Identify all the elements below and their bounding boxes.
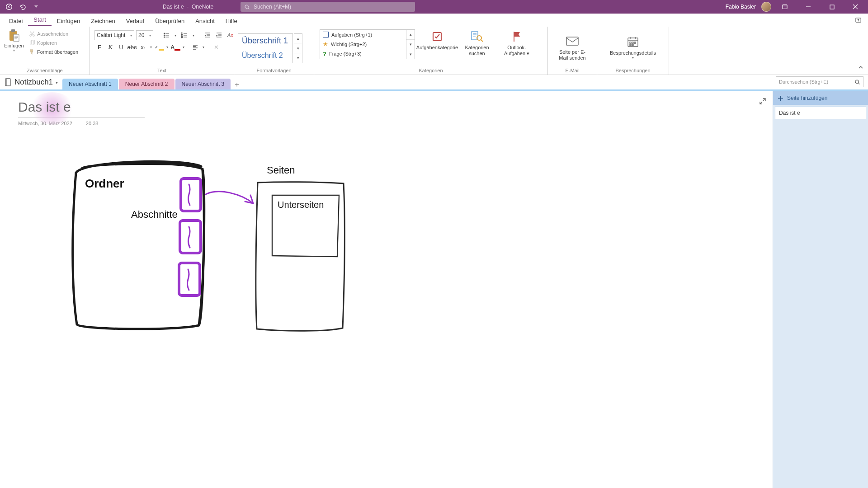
meeting-details-button[interactable]: Besprechungsdetails ▾ bbox=[604, 35, 662, 60]
delete-button[interactable]: ✕ bbox=[211, 42, 221, 52]
styles-more[interactable]: ▾ bbox=[294, 53, 302, 63]
align-caret[interactable]: ▾ bbox=[201, 42, 206, 52]
back-button[interactable] bbox=[3, 0, 15, 13]
tab-verlauf[interactable]: Verlauf bbox=[121, 15, 150, 26]
svg-rect-7 bbox=[14, 34, 19, 42]
section-tab-3[interactable]: Neuer Abschnitt 3 bbox=[175, 79, 231, 89]
window-title: Das ist e - OneNote bbox=[163, 4, 213, 10]
email-page-button[interactable]: Seite per E- Mail senden bbox=[555, 34, 590, 61]
tab-einfuegen[interactable]: Einfügen bbox=[52, 15, 85, 26]
user-avatar[interactable] bbox=[761, 2, 771, 12]
subscript-button[interactable]: x₂ bbox=[138, 42, 148, 52]
strikethrough-button[interactable]: abc bbox=[127, 42, 137, 52]
notebook-selector[interactable]: Notizbuch1 ▾ bbox=[0, 78, 62, 89]
task-category-icon bbox=[431, 29, 443, 44]
tag-important[interactable]: ★Wichtig (Strg+2) bbox=[320, 39, 406, 49]
group-meetings-label: Besprechungen bbox=[599, 67, 667, 75]
share-button[interactable] bbox=[852, 14, 864, 26]
add-section-button[interactable]: ＋ bbox=[231, 80, 242, 89]
font-name-combo[interactable]: Calibri Light▾ bbox=[94, 30, 134, 40]
user-name[interactable]: Fabio Basler bbox=[726, 4, 756, 10]
align-button[interactable] bbox=[190, 42, 200, 52]
format-painter-button[interactable]: Format übertragen bbox=[29, 47, 78, 56]
copy-button[interactable]: Kopieren bbox=[29, 38, 78, 47]
tags-gallery[interactable]: Aufgaben (Strg+1) ★Wichtig (Strg+2) ?Fra… bbox=[320, 29, 406, 59]
drawing-ordner-label: Ordner bbox=[85, 177, 124, 190]
notebook-icon bbox=[5, 78, 12, 86]
subscript-caret[interactable]: ▾ bbox=[149, 42, 153, 52]
svg-text:3: 3 bbox=[181, 36, 183, 38]
tab-start[interactable]: Start bbox=[28, 14, 51, 26]
ribbon-display-options[interactable] bbox=[775, 0, 795, 14]
numbering-button[interactable]: 123 bbox=[179, 30, 189, 40]
notebook-search-box[interactable]: Durchsuchen (Strg+E) bbox=[776, 76, 863, 87]
find-categories-button[interactable]: Kategorien suchen bbox=[459, 29, 495, 56]
section-tab-2[interactable]: Neuer Abschnitt 2 bbox=[119, 79, 175, 89]
svg-rect-2 bbox=[783, 5, 787, 9]
page-drawing: Ordner Abschnitte Seiten Unterseiten bbox=[63, 145, 398, 361]
svg-point-8 bbox=[30, 35, 32, 37]
highlight-button[interactable] bbox=[154, 42, 164, 52]
group-clipboard-label: Zwischenablage bbox=[2, 67, 88, 75]
italic-button[interactable]: K bbox=[105, 42, 115, 52]
outlook-tasks-button[interactable]: Outlook- Aufgaben ▾ bbox=[499, 29, 534, 56]
tags-more[interactable]: ▾ bbox=[406, 49, 415, 59]
tag-question[interactable]: ?Frage (Strg+3) bbox=[320, 49, 406, 59]
paste-icon bbox=[8, 29, 20, 42]
svg-rect-21 bbox=[566, 37, 578, 45]
ribbon-tabs: Datei Start Einfügen Zeichnen Verlauf Üb… bbox=[0, 14, 868, 27]
cut-button[interactable]: Ausschneiden bbox=[29, 29, 78, 38]
style-h1[interactable]: Überschrift 1 bbox=[238, 34, 292, 48]
styles-up[interactable]: ▴ bbox=[294, 34, 302, 44]
group-text: Calibri Light▾ 20▾ ▾ 123▾ A⊘ F K U abc x… bbox=[90, 27, 234, 75]
group-meetings: Besprechungsdetails ▾ Besprechungen bbox=[597, 27, 669, 75]
tab-zeichnen[interactable]: Zeichnen bbox=[85, 15, 120, 26]
question-icon: ? bbox=[323, 51, 326, 57]
maximize-button[interactable] bbox=[822, 0, 842, 14]
group-styles: Überschrift 1 Überschrift 2 ▴ ▾ ▾ Format… bbox=[234, 27, 314, 75]
page-time[interactable]: 20:38 bbox=[86, 121, 99, 126]
numbering-caret[interactable]: ▾ bbox=[191, 30, 196, 40]
indent-button[interactable] bbox=[214, 30, 224, 40]
page-title[interactable]: Das ist e bbox=[18, 99, 145, 115]
tags-up[interactable]: ▴ bbox=[406, 30, 415, 40]
title-search-box[interactable]: Suchen (Alt+M) bbox=[241, 2, 415, 12]
outdent-button[interactable] bbox=[202, 30, 212, 40]
close-button[interactable] bbox=[845, 0, 865, 14]
tags-down[interactable]: ▾ bbox=[406, 40, 415, 50]
expand-page-button[interactable] bbox=[759, 98, 766, 106]
paste-button[interactable]: Einfügen ▾ bbox=[2, 29, 26, 52]
add-page-button[interactable]: Seite hinzufügen bbox=[773, 91, 868, 105]
font-size-combo[interactable]: 20▾ bbox=[136, 30, 153, 40]
group-clipboard: Einfügen ▾ Ausschneiden Kopieren Format … bbox=[0, 27, 90, 75]
svg-point-12 bbox=[164, 33, 165, 34]
tab-hilfe[interactable]: Hilfe bbox=[220, 15, 243, 26]
highlight-caret[interactable]: ▾ bbox=[165, 42, 170, 52]
task-category-button[interactable]: Aufgabenkategorie bbox=[420, 29, 455, 51]
font-color-button[interactable]: A bbox=[170, 42, 180, 52]
tag-todo[interactable]: Aufgaben (Strg+1) bbox=[320, 30, 406, 39]
style-h2[interactable]: Überschrift 2 bbox=[238, 48, 292, 63]
bullets-caret[interactable]: ▾ bbox=[173, 30, 178, 40]
page-header: Das ist e Mittwoch, 30. März 2022 20:38 bbox=[18, 99, 145, 126]
collapse-ribbon-button[interactable] bbox=[856, 63, 865, 72]
section-tab-1[interactable]: Neuer Abschnitt 1 bbox=[62, 79, 118, 89]
tab-ueberpruefen[interactable]: Überprüfen bbox=[150, 15, 190, 26]
tab-datei[interactable]: Datei bbox=[4, 15, 28, 26]
workspace: Das ist e Mittwoch, 30. März 2022 20:38 bbox=[0, 91, 868, 488]
font-color-caret[interactable]: ▾ bbox=[181, 42, 186, 52]
tab-ansicht[interactable]: Ansicht bbox=[190, 15, 220, 26]
styles-down[interactable]: ▾ bbox=[294, 43, 302, 53]
page-list-item[interactable]: Das ist e bbox=[775, 107, 866, 119]
bullets-button[interactable] bbox=[161, 30, 171, 40]
svg-rect-6 bbox=[11, 29, 15, 32]
undo-button[interactable] bbox=[16, 0, 29, 13]
page-canvas[interactable]: Das ist e Mittwoch, 30. März 2022 20:38 bbox=[0, 91, 773, 488]
underline-button[interactable]: U bbox=[116, 42, 126, 52]
styles-gallery[interactable]: Überschrift 1 Überschrift 2 bbox=[238, 33, 293, 63]
notebook-bar: Notizbuch1 ▾ Neuer Abschnitt 1 Neuer Abs… bbox=[0, 75, 868, 91]
minimize-button[interactable] bbox=[798, 0, 818, 14]
qat-customize[interactable] bbox=[30, 0, 42, 13]
bold-button[interactable]: F bbox=[94, 42, 104, 52]
quick-access-toolbar bbox=[0, 0, 45, 13]
